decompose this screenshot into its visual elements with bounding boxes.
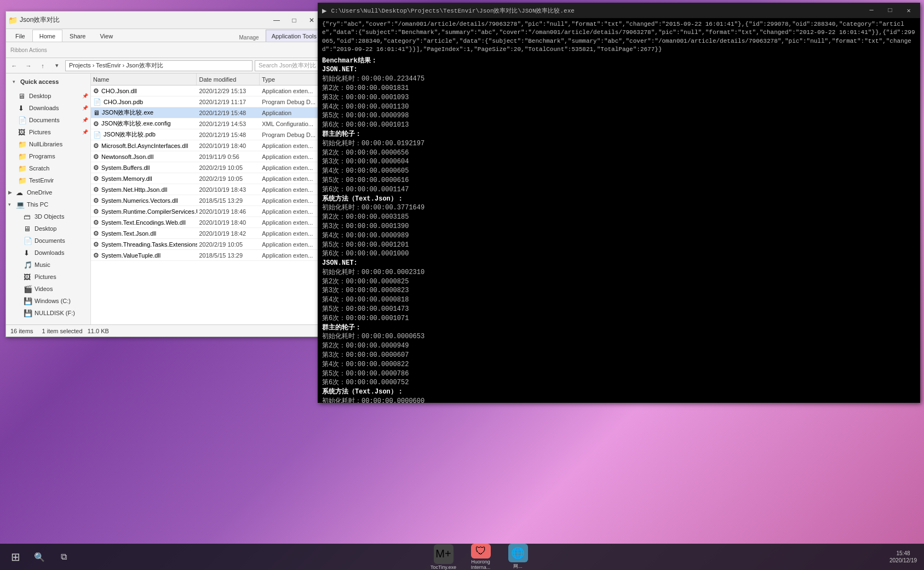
selection-info: 1 item selected 11.0 KB (42, 328, 109, 334)
sidebar-item-this-pc[interactable]: ▾ 💻 This PC (6, 198, 90, 210)
sidebar-item-pictures[interactable]: 🖼Pictures (6, 271, 90, 283)
taskbar-date: 2020/12/19 (889, 557, 917, 563)
sidebar-item-testenvir[interactable]: 📁TestEnvir (6, 174, 90, 186)
file-row[interactable]: ⚙ System.Net.Http.Json.dll 2020/10/19 18… (91, 184, 323, 195)
file-row[interactable]: ⚙ System.Threading.Tasks.Extensions.dll … (91, 239, 323, 250)
sidebar-item-nulldisk--f--[interactable]: 💾NULLDISK (F:) (6, 307, 90, 319)
console-line: 第3次：00:00:00.0000607 (322, 351, 916, 360)
console-line: 第3次：00:00:00.0000823 (322, 286, 916, 295)
console-line: Benchmark结果： (322, 56, 916, 66)
taskbar-task-view[interactable]: ⧉ (53, 546, 74, 568)
console-line: 初始化耗时：00:00:00.2234475 (322, 75, 916, 84)
file-row[interactable]: 🖥 JSON效率比较.exe 2020/12/19 15:48 Applicat… (91, 107, 323, 118)
ribbon-content: Ribbon Actions (6, 42, 323, 58)
sidebar-item-music[interactable]: 🎵Music (6, 259, 90, 271)
console-line: 第5次：00:00:00.0000786 (322, 369, 916, 379)
file-row[interactable]: ⚙ System.Text.Json.dll 2020/10/19 18:42 … (91, 228, 323, 239)
console-line: 第6次：00:00:00.0001147 (322, 185, 916, 195)
console-lines: Benchmark结果：JSON.NET:初始化耗时：00:00:00.2234… (322, 56, 916, 403)
console-line: 第5次：00:00:00.0001201 (322, 241, 916, 250)
explorer-title-bar: 📁 Json效率对比 — □ ✕ (6, 12, 323, 29)
file-row[interactable]: ⚙ System.Buffers.dll 2020/2/19 10:05 App… (91, 162, 323, 173)
nav-forward-button[interactable]: → (22, 60, 35, 72)
file-list[interactable]: Name Date modified Type ⚙ CHO.Json.dll 2… (91, 73, 323, 324)
console-line: 初始化耗时：00:00:00.0192197 (322, 139, 916, 149)
console-close-button[interactable]: ✕ (902, 5, 916, 16)
sidebar-item-desktop[interactable]: 🖥Desktop📌 (6, 90, 90, 102)
console-line: 第4次：00:00:00.0000818 (322, 295, 916, 305)
address-path[interactable]: Projects › TestEnvir › Json效率对比 (65, 60, 252, 71)
sidebar-item-windows--c--[interactable]: 💾Windows (C:) (6, 295, 90, 307)
console-minimize-button[interactable]: — (864, 5, 879, 16)
console-line: 第5次：00:00:00.0000998 (322, 111, 916, 121)
nav-recent-button[interactable]: ▾ (51, 60, 63, 72)
console-line: 系统方法（Text.Json）： (322, 195, 916, 204)
ribbon-placeholder: Ribbon Actions (10, 47, 47, 53)
sidebar-item-nulllibraries[interactable]: 📁NullLibraries (6, 138, 90, 150)
tab-application-tools[interactable]: Application Tools (266, 30, 323, 42)
console-title-text: C:\Users\Null\Desktop\Projects\TestEnvir… (331, 7, 860, 15)
console-line: 第3次：00:00:00.0001390 (322, 222, 916, 231)
taskbar-app-网---[interactable]: 🌐 网... (501, 544, 536, 570)
sidebar-item-scratch[interactable]: 📁Scratch (6, 162, 90, 174)
nav-back-button[interactable]: ← (8, 60, 20, 72)
taskbar-search[interactable]: 🔍 (28, 546, 50, 568)
tab-file[interactable]: File (8, 30, 32, 42)
sidebar-item-quick-access[interactable]: ▾ Quick access (6, 76, 90, 88)
sidebar-item-downloads[interactable]: ⬇Downloads (6, 247, 90, 259)
this-pc-icon: 💻 (16, 201, 25, 209)
minimize-button[interactable]: — (268, 13, 285, 28)
sidebar-item-downloads[interactable]: ⬇Downloads📌 (6, 102, 90, 114)
col-header-name[interactable]: Name (91, 73, 197, 85)
tab-home[interactable]: Home (32, 30, 62, 42)
file-row[interactable]: ⚙ System.ValueTuple.dll 2018/5/15 13:29 … (91, 250, 323, 261)
console-line: 第3次：00:00:00.0000604 (322, 157, 916, 167)
console-line: 第4次：00:00:00.0001130 (322, 102, 916, 112)
sidebar-item-documents[interactable]: 📄Documents (6, 235, 90, 247)
file-row[interactable]: ⚙ System.Runtime.CompilerServices.Unsaf.… (91, 206, 323, 217)
file-row[interactable]: ⚙ System.Text.Encodings.Web.dll 2020/10/… (91, 217, 323, 228)
taskbar-app-huorong-interna---[interactable]: 🛡 Huorong Interna... (463, 544, 498, 570)
taskbar-start[interactable]: ⊞ (4, 546, 26, 568)
console-line: 初始化耗时：00:00:00.0000653 (322, 332, 916, 341)
sidebar-item-documents[interactable]: 📄Documents📌 (6, 114, 90, 126)
maximize-button[interactable]: □ (285, 13, 303, 28)
console-body: {"ry":"abc","cover":"/oman001/article/de… (318, 18, 920, 403)
file-row[interactable]: ⚙ Microsoft.Bcl.AsyncInterfaces.dll 2020… (91, 140, 323, 151)
console-top-data: {"ry":"abc","cover":"/oman001/article/de… (322, 20, 916, 54)
file-row[interactable]: ⚙ System.Memory.dll 2020/2/19 10:05 Appl… (91, 173, 323, 184)
search-input[interactable]: Search Json效率对比 (255, 60, 320, 71)
file-row[interactable]: ⚙ JSON效率比较.exe.config 2020/12/19 14:53 X… (91, 118, 323, 129)
col-header-date[interactable]: Date modified (197, 73, 260, 85)
console-line: 第4次：00:00:00.0000822 (322, 360, 916, 369)
console-maximize-button[interactable]: □ (883, 5, 897, 16)
sidebar-item-onedrive[interactable]: ▶ ☁ OneDrive (6, 186, 90, 198)
quick-access-section: ▾ Quick access (6, 73, 90, 90)
console-line: 第3次：00:00:00.0001093 (322, 93, 916, 102)
sidebar-item-desktop[interactable]: 🖥Desktop (6, 223, 90, 235)
file-row[interactable]: 📄 JSON效率比较.pdb 2020/12/19 15:48 Program … (91, 129, 323, 140)
sidebar-item-programs[interactable]: 📁Programs (6, 150, 90, 162)
sidebar-quick-items: 🖥Desktop📌⬇Downloads📌📄Documents📌🖼Pictures… (6, 90, 90, 186)
tab-view[interactable]: View (93, 30, 120, 42)
manage-label: Manage (235, 33, 263, 42)
file-row[interactable]: ⚙ System.Numerics.Vectors.dll 2018/5/15 … (91, 195, 323, 206)
console-line: 第2次：00:00:00.0000825 (322, 277, 916, 287)
file-row[interactable]: ⚙ Newtonsoft.Json.dll 2019/11/9 0:56 App… (91, 151, 323, 162)
console-line: 第4次：00:00:00.0000605 (322, 167, 916, 176)
nav-up-button[interactable]: ↑ (37, 60, 49, 72)
file-row[interactable]: 📄 CHO.Json.pdb 2020/12/19 11:17 Program … (91, 96, 323, 107)
explorer-window-controls: — □ ✕ (268, 13, 320, 28)
taskbar-app-toctiny-exe[interactable]: M+ TocTiny.exe (426, 544, 461, 570)
console-line: 第6次：00:00:00.0001000 (322, 249, 916, 259)
sidebar-item-pictures[interactable]: 🖼Pictures📌 (6, 126, 90, 138)
sidebar-pc-items: 🗃3D Objects🖥Desktop📄Documents⬇Downloads🎵… (6, 210, 90, 319)
explorer-main: ▾ Quick access 🖥Desktop📌⬇Downloads📌📄Docu… (6, 73, 323, 324)
tab-share[interactable]: Share (62, 30, 93, 42)
expand-arrow-thispc-icon: ▾ (8, 202, 14, 207)
file-row[interactable]: ⚙ CHO.Json.dll 2020/12/29 15:13 Applicat… (91, 86, 323, 96)
col-header-type[interactable]: Type (260, 73, 323, 85)
sidebar-item-3d-objects[interactable]: 🗃3D Objects (6, 210, 90, 223)
console-line: 初始化耗时：00:00:00.0002310 (322, 268, 916, 277)
sidebar-item-videos[interactable]: 🎬Videos (6, 283, 90, 295)
